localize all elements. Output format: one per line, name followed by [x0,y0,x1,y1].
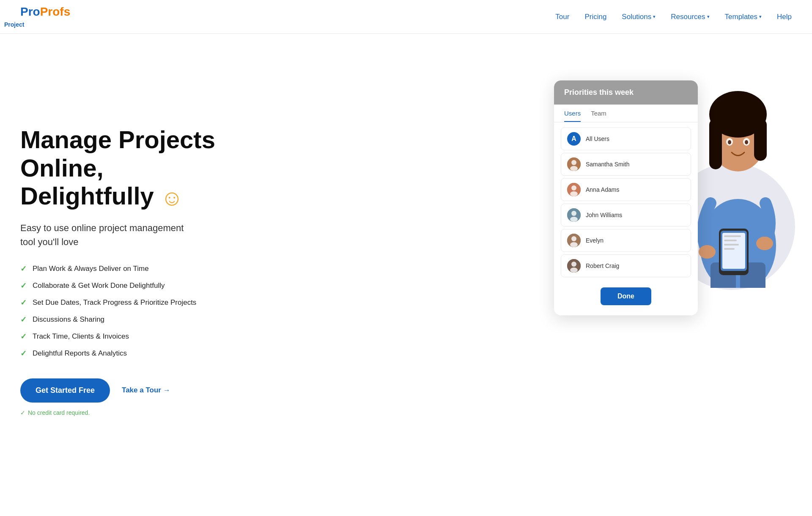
features-list: ✓Plan Work & Always Deliver on Time ✓Col… [20,264,274,358]
avatar [567,157,581,171]
avatar [567,208,581,222]
svg-point-11 [570,242,578,247]
user-name: Evelyn [586,237,604,244]
svg-point-28 [756,237,773,250]
feature-item: ✓Set Due Dates, Track Progress & Priorit… [20,298,274,307]
avatar: A [567,132,581,146]
card-header: Priorities this week [554,80,698,105]
avatar [567,259,581,273]
done-button[interactable]: Done [601,287,651,305]
user-row-evelyn[interactable]: Evelyn [561,229,691,252]
chevron-down-icon: ▾ [707,14,710,19]
check-icon: ✓ [20,315,27,324]
user-row-robert[interactable]: Robert Craig [561,254,691,277]
nav-link-tour[interactable]: Tour [555,13,569,21]
logo-pro: Pro [20,5,40,18]
svg-point-27 [699,245,716,259]
svg-point-26 [745,140,748,144]
feature-item: ✓Discussions & Sharing [20,315,274,324]
check-icon: ✓ [20,409,25,416]
svg-point-25 [728,140,731,144]
svg-point-14 [570,268,578,273]
avatar [567,234,581,247]
logo-profs: Profs [40,5,71,18]
user-row-all[interactable]: A All Users [561,127,691,150]
user-row-john[interactable]: John Williams [561,204,691,226]
check-icon: ✓ [20,281,27,290]
feature-item: ✓Delightful Reports & Analytics [20,349,274,358]
priorities-card: Priorities this week Users Team A All Us… [554,80,698,315]
tab-team[interactable]: Team [591,110,606,122]
hero-section: Manage Projects Online, Delightfully ☺ E… [0,34,812,499]
feature-item: ✓Track Time, Clients & Invoices [20,332,274,341]
cta-row: Get Started Free Take a Tour → [20,378,274,403]
nav-link-solutions[interactable]: Solutions ▾ [622,13,656,21]
nav-link-templates[interactable]: Templates ▾ [725,13,762,21]
svg-point-13 [571,262,576,267]
user-name: Robert Craig [586,262,619,269]
svg-point-1 [571,160,576,165]
nav-link-help[interactable]: Help [777,13,792,21]
svg-rect-21 [709,119,722,169]
svg-rect-31 [722,233,745,269]
nav-link-pricing[interactable]: Pricing [584,13,606,21]
check-icon: ✓ [20,298,27,307]
user-name: John Williams [586,212,622,218]
emoji-icon: ☺ [161,185,183,210]
svg-point-8 [570,217,578,222]
hero-right: Priorities this week Users Team A All Us… [524,55,812,315]
card-tabs: Users Team [554,105,698,122]
hero-left: Manage Projects Online, Delightfully ☺ E… [20,126,274,416]
svg-rect-33 [724,240,737,241]
svg-point-7 [571,211,576,216]
navbar: ProProfs Project Tour Pricing Solutions … [0,0,812,34]
hero-subtitle: Easy to use online project management to… [20,221,274,249]
feature-item: ✓Collaborate & Get Work Done Delightfull… [20,281,274,290]
logo-project: Project [4,21,70,28]
svg-point-4 [571,185,576,190]
svg-point-10 [571,236,576,241]
logo[interactable]: ProProfs Project [20,6,70,28]
get-started-button[interactable]: Get Started Free [20,378,110,403]
user-row-samantha[interactable]: Samantha Smith [561,153,691,176]
user-row-anna[interactable]: Anna Adams [561,178,691,201]
user-name: All Users [586,135,609,142]
user-name: Anna Adams [586,186,619,193]
no-credit-card-notice: ✓ No credit card required. [20,409,274,416]
take-a-tour-link[interactable]: Take a Tour → [122,386,170,395]
feature-item: ✓Plan Work & Always Deliver on Time [20,264,274,273]
user-name: Samantha Smith [586,161,630,168]
svg-rect-32 [724,235,741,237]
check-icon: ✓ [20,264,27,273]
svg-point-5 [570,191,578,196]
avatar [567,183,581,196]
chevron-down-icon: ▾ [653,14,656,19]
svg-rect-22 [754,119,767,161]
tab-users[interactable]: Users [564,110,581,122]
check-icon: ✓ [20,349,27,358]
nav-links: Tour Pricing Solutions ▾ Resources ▾ Tem… [555,13,792,21]
svg-rect-35 [724,248,735,250]
hero-title: Manage Projects Online, Delightfully ☺ [20,126,274,211]
chevron-down-icon: ▾ [759,14,762,19]
svg-rect-34 [724,244,739,246]
card-users-list: A All Users Samantha Smith Anna Adams [554,122,698,282]
check-icon: ✓ [20,332,27,341]
nav-link-resources[interactable]: Resources ▾ [671,13,709,21]
svg-point-2 [570,166,578,171]
card-title: Priorities this week [564,88,634,97]
